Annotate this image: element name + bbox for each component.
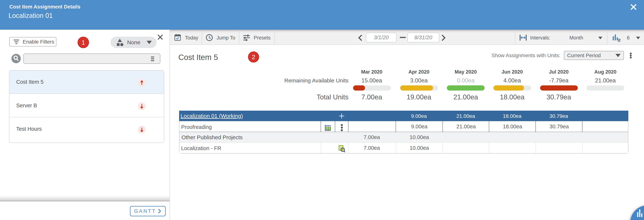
svg-text:#: # (618, 38, 620, 43)
